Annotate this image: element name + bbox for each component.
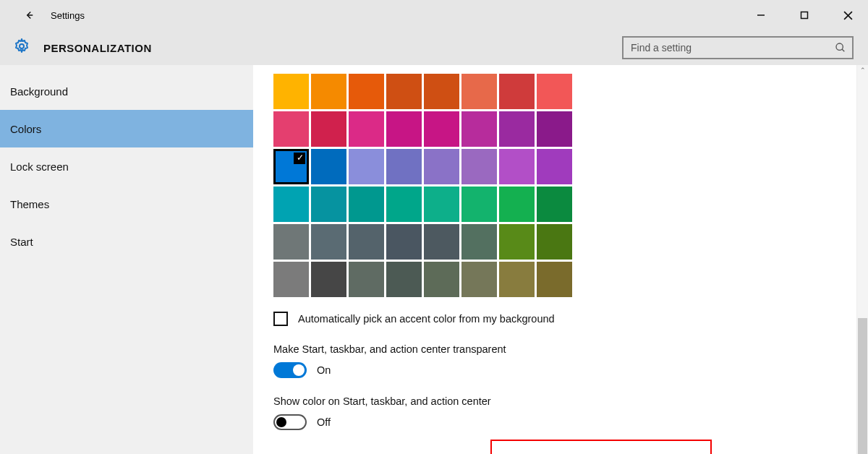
gear-icon <box>13 38 30 58</box>
color-swatch[interactable] <box>461 74 497 109</box>
color-swatch[interactable] <box>424 74 459 109</box>
content-area: ✓ Automatically pick an accent color fro… <box>253 65 868 454</box>
color-swatch[interactable] <box>311 149 346 184</box>
close-button[interactable] <box>833 4 862 26</box>
show-color-value: Off <box>317 416 331 428</box>
svg-point-4 <box>20 44 24 48</box>
color-swatch[interactable] <box>499 74 535 109</box>
color-swatch[interactable] <box>349 111 384 147</box>
back-button[interactable] <box>20 7 38 24</box>
color-swatch[interactable] <box>537 111 572 147</box>
color-swatch[interactable] <box>386 74 422 109</box>
title-bar: Settings <box>0 0 868 30</box>
sidebar-item-themes[interactable]: Themes <box>0 185 253 223</box>
sidebar-item-background[interactable]: Background <box>0 72 253 110</box>
color-swatch[interactable] <box>311 262 346 297</box>
color-swatch[interactable] <box>499 111 535 147</box>
transparent-value: On <box>317 364 331 376</box>
color-swatch[interactable] <box>499 224 535 260</box>
search-input[interactable] <box>622 36 854 59</box>
chevron-up-icon: ⌃ <box>860 67 866 74</box>
color-swatch[interactable] <box>311 74 346 109</box>
color-swatch[interactable] <box>349 74 384 109</box>
page-title: PERSONALIZATION <box>43 42 152 54</box>
color-swatch[interactable] <box>461 224 497 260</box>
color-swatch[interactable] <box>349 149 384 184</box>
maximize-button[interactable] <box>790 4 819 26</box>
minimize-button[interactable] <box>746 4 775 26</box>
color-swatch[interactable] <box>311 224 346 260</box>
color-swatch[interactable] <box>461 149 497 184</box>
color-swatch[interactable] <box>311 187 346 222</box>
color-swatch[interactable] <box>424 187 459 222</box>
color-swatch[interactable] <box>424 149 459 184</box>
scrollbar-thumb[interactable] <box>858 318 867 454</box>
color-swatch[interactable] <box>424 111 459 147</box>
color-swatch[interactable]: ✓ <box>273 149 309 184</box>
color-swatch[interactable] <box>461 111 497 147</box>
color-swatch[interactable] <box>273 262 309 297</box>
sidebar-item-start[interactable]: Start <box>0 223 253 260</box>
color-swatch[interactable] <box>537 224 572 260</box>
sidebar-item-colors[interactable]: Colors <box>0 110 253 147</box>
color-swatch[interactable] <box>386 111 422 147</box>
color-swatch[interactable] <box>386 187 422 222</box>
color-swatch[interactable] <box>311 111 346 147</box>
color-swatch[interactable] <box>273 111 309 147</box>
color-swatch[interactable] <box>349 187 384 222</box>
color-swatch[interactable] <box>386 149 422 184</box>
color-swatch[interactable] <box>273 74 309 109</box>
sidebar: BackgroundColorsLock screenThemesStart <box>0 65 253 454</box>
color-swatch[interactable] <box>461 187 497 222</box>
color-swatch[interactable] <box>386 224 422 260</box>
auto-pick-checkbox[interactable] <box>273 312 288 326</box>
show-color-toggle[interactable] <box>273 414 307 430</box>
svg-rect-1 <box>801 12 808 19</box>
search-box <box>622 36 854 59</box>
color-swatch[interactable] <box>424 224 459 260</box>
scrollbar[interactable]: ⌃ <box>856 65 868 454</box>
check-icon: ✓ <box>297 153 304 163</box>
color-swatch[interactable] <box>537 74 572 109</box>
color-swatch[interactable] <box>537 187 572 222</box>
color-swatch[interactable] <box>386 262 422 297</box>
transparent-label: Make Start, taskbar, and action center t… <box>273 343 848 355</box>
color-swatch[interactable] <box>537 262 572 297</box>
color-swatch[interactable] <box>499 149 535 184</box>
color-swatch[interactable] <box>349 224 384 260</box>
sidebar-item-lock-screen[interactable]: Lock screen <box>0 147 253 185</box>
color-swatch[interactable] <box>461 262 497 297</box>
color-swatch[interactable] <box>349 262 384 297</box>
header: PERSONALIZATION <box>0 30 868 65</box>
color-swatch[interactable] <box>499 262 535 297</box>
accent-color-palette: ✓ <box>273 74 848 297</box>
app-title: Settings <box>51 10 85 21</box>
auto-pick-label: Automatically pick an accent color from … <box>298 313 555 325</box>
color-swatch[interactable] <box>273 224 309 260</box>
color-swatch[interactable] <box>424 262 459 297</box>
show-color-label: Show color on Start, taskbar, and action… <box>273 395 848 407</box>
transparent-toggle[interactable] <box>273 362 307 378</box>
window-controls <box>746 0 862 30</box>
color-swatch[interactable] <box>273 187 309 222</box>
color-swatch[interactable] <box>537 149 572 184</box>
color-swatch[interactable] <box>499 187 535 222</box>
